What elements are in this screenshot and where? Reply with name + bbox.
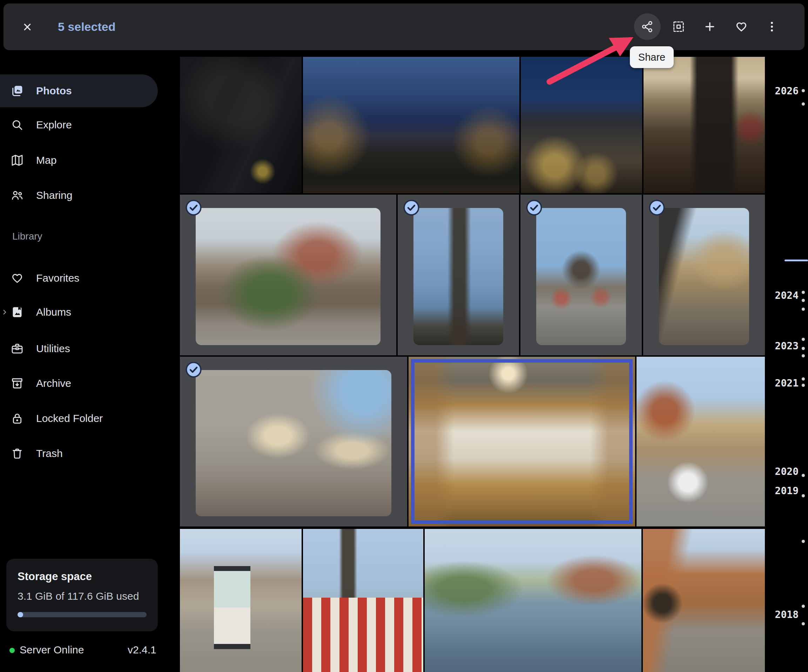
timeline-dot-marker [802, 338, 805, 341]
sidebar-item-photos[interactable]: Photos [0, 74, 158, 107]
sidebar-item-favorites[interactable]: Favorites [0, 262, 158, 294]
photo-image [303, 529, 423, 672]
sidebar-item-albums[interactable]: Albums [0, 296, 158, 329]
selected-count-label: 5 selected [58, 3, 115, 50]
timeline-year-2018[interactable]: 2018 [775, 610, 798, 620]
selected-check-icon[interactable] [185, 200, 202, 216]
timeline-scrubber[interactable]: 2026202420232021202020192018 [765, 0, 808, 672]
photo-thumbnail-restaurant-interior[interactable] [644, 57, 765, 193]
timeline-dot-marker [802, 622, 805, 625]
sidebar: Photos Explore Map Sharing Library Favor… [0, 0, 161, 672]
photo-thumbnail-night-market-square[interactable] [521, 57, 642, 193]
favorite-button[interactable] [728, 13, 755, 40]
sidebar-item-locked-folder[interactable]: Locked Folder [0, 402, 158, 435]
photo-thumbnail-gothic-fountain-spire[interactable] [398, 195, 519, 355]
close-selection-button[interactable] [15, 17, 39, 37]
share-tooltip: Share [630, 46, 674, 68]
photo-thumbnail-knife-shop-display[interactable] [409, 357, 635, 527]
timeline-year-2019[interactable]: 2019 [775, 486, 798, 496]
heart-icon [735, 20, 748, 33]
sidebar-item-label: Photos [36, 85, 72, 97]
photo-grid [180, 57, 765, 672]
sidebar-item-utilities[interactable]: Utilities [0, 332, 158, 365]
photo-image [414, 208, 503, 345]
close-icon [22, 21, 33, 33]
photo-image [659, 208, 749, 345]
sidebar-item-archive[interactable]: Archive [0, 367, 158, 400]
timeline-dot-marker [802, 354, 805, 358]
sidebar-item-label: Favorites [36, 272, 79, 284]
share-button[interactable] [634, 13, 661, 40]
timeline-dot-marker [802, 474, 805, 477]
photo-thumbnail-river-at-dusk[interactable] [303, 57, 519, 193]
photo-image [536, 208, 626, 345]
sidebar-item-sharing[interactable]: Sharing [0, 179, 158, 212]
timeline-dot-marker [802, 540, 805, 543]
lock-icon [10, 411, 24, 425]
photo-thumbnail-night-balcony-with-tulips[interactable] [180, 57, 302, 193]
timeline-dot-marker [802, 308, 805, 311]
selected-check-icon[interactable] [526, 200, 542, 216]
photo-thumbnail-river-panorama[interactable] [425, 529, 641, 672]
timeline-year-2020[interactable]: 2020 [775, 467, 798, 476]
sidebar-item-label: Archive [36, 378, 71, 389]
toolbox-icon [10, 342, 24, 356]
sidebar-item-label: Locked Folder [36, 413, 103, 425]
photo-thumbnail-street-with-tower-and-car[interactable] [636, 357, 765, 527]
photo-image [409, 357, 635, 527]
storage-title: Storage space [18, 570, 92, 583]
trash-icon [10, 446, 24, 461]
selected-check-icon[interactable] [649, 200, 665, 216]
photo-thumbnail-old-town-street[interactable] [643, 195, 765, 355]
photo-image [643, 529, 765, 672]
timeline-year-2024[interactable]: 2024 [775, 291, 798, 301]
photo-image [303, 57, 519, 193]
photo-grid-row [180, 357, 765, 527]
sidebar-item-trash[interactable]: Trash [0, 437, 158, 470]
photo-thumbnail-city-map-board[interactable] [180, 529, 302, 672]
timeline-dot-marker [802, 378, 805, 381]
photo-image [644, 57, 765, 193]
sidebar-item-label: Trash [36, 448, 63, 460]
sidebar-item-label: Sharing [36, 189, 72, 201]
sidebar-item-map[interactable]: Map [0, 144, 158, 177]
albums-icon [10, 305, 24, 319]
server-version: v2.4.1 [128, 644, 157, 656]
timeline-dot-marker [802, 291, 805, 294]
sidebar-item-label: Map [36, 154, 57, 166]
share-icon [640, 20, 654, 33]
timeline-year-2026[interactable]: 2026 [775, 86, 798, 96]
photo-thumbnail-church-market-square[interactable] [521, 195, 642, 355]
people-icon [10, 188, 24, 202]
photo-thumbnail-striped-market-stall[interactable] [303, 529, 423, 672]
add-to-album-button[interactable] [696, 13, 723, 40]
photo-thumbnail-street-with-statue[interactable] [643, 529, 765, 672]
sidebar-item-explore[interactable]: Explore [0, 109, 158, 141]
search-icon [10, 118, 24, 132]
sidebar-item-label: Explore [36, 119, 72, 131]
photo-image [425, 529, 641, 672]
photo-grid-row [180, 57, 765, 193]
photo-thumbnail-church-with-twin-spires[interactable] [180, 195, 396, 355]
photo-grid-row [180, 529, 765, 672]
timeline-dot-marker [802, 494, 805, 497]
sidebar-item-label: Albums [36, 306, 71, 318]
chevron-right-icon[interactable] [1, 308, 8, 316]
photo-image [180, 57, 302, 193]
timeline-year-2023[interactable]: 2023 [775, 341, 798, 351]
timeline-dot-marker [802, 102, 805, 105]
kebab-menu-icon [765, 20, 779, 33]
more-options-button[interactable] [758, 13, 785, 40]
timeline-position-indicator[interactable] [785, 259, 808, 261]
timeline-dot-marker [802, 89, 805, 92]
photo-image [196, 208, 381, 345]
server-status-row: Server Online v2.4.1 [0, 641, 161, 659]
selected-check-icon[interactable] [403, 200, 419, 216]
timeline-dot-marker [802, 605, 805, 608]
photo-thumbnail-outdoor-cafe-umbrellas[interactable] [180, 357, 407, 527]
storage-usage-text: 3.1 GiB of 117.6 GiB used [18, 590, 139, 602]
select-all-button[interactable] [665, 13, 692, 40]
timeline-year-2021[interactable]: 2021 [775, 378, 798, 388]
library-section-label: Library [12, 231, 42, 242]
selected-check-icon[interactable] [185, 362, 202, 378]
